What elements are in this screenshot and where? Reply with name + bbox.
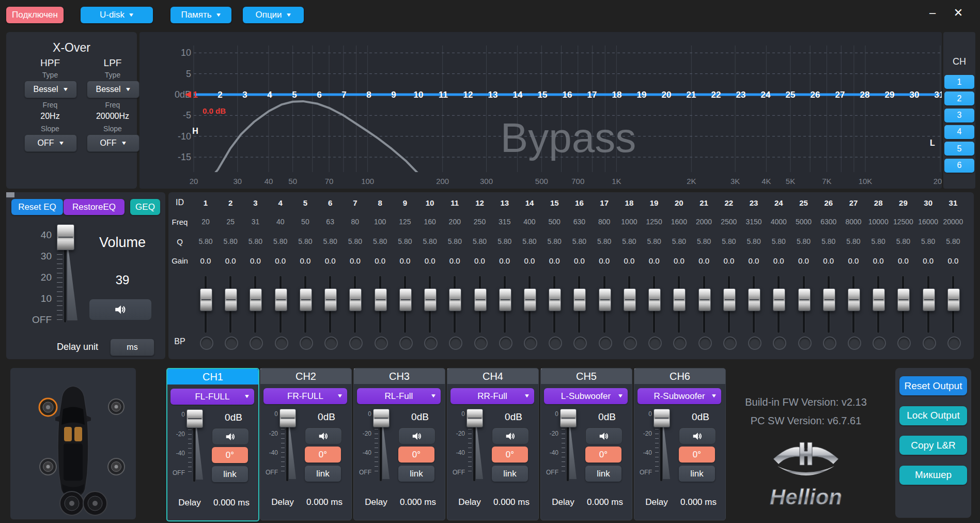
band-bypass-button[interactable] xyxy=(549,336,562,350)
eq-point-label[interactable]: 30 xyxy=(910,90,920,100)
channel-mode-select[interactable]: FL-FULL▼ xyxy=(170,389,254,405)
band-bypass-button[interactable] xyxy=(250,336,263,350)
band-slider-handle[interactable] xyxy=(624,288,636,311)
eq-point-label[interactable]: 16 xyxy=(563,90,572,100)
lpf-marker[interactable]: L xyxy=(930,139,935,147)
channel-strip-header[interactable]: CH2 xyxy=(260,368,351,384)
eq-button-geq[interactable]: GEQ xyxy=(130,199,160,215)
channel-select-button-2[interactable]: 2 xyxy=(944,91,974,105)
channel-phase-button[interactable]: 0° xyxy=(305,447,341,463)
band-q[interactable]: 5.80 xyxy=(442,236,467,247)
channel-mute-button[interactable] xyxy=(492,427,529,444)
band-bypass-button[interactable] xyxy=(923,336,936,350)
band-gain[interactable]: 0.0 xyxy=(468,255,492,266)
band-q[interactable]: 5.80 xyxy=(193,236,218,247)
band-q[interactable]: 5.80 xyxy=(468,236,492,247)
band-bypass-button[interactable] xyxy=(449,336,462,350)
band-slider-handle[interactable] xyxy=(324,288,337,311)
output-button-copy-l-r[interactable]: Copy L&R xyxy=(899,436,967,455)
band-gain[interactable]: 0.0 xyxy=(442,255,467,266)
band-q[interactable]: 5.80 xyxy=(492,236,517,247)
eq-button-reset-eq[interactable]: Reset EQ xyxy=(11,199,63,215)
band-bypass-button[interactable] xyxy=(848,336,861,350)
eq-point-label[interactable]: 23 xyxy=(736,90,746,100)
channel-delay-value[interactable]: 0.000 ms xyxy=(488,497,535,508)
band-slider-handle[interactable] xyxy=(250,288,262,311)
band-slider-handle[interactable] xyxy=(897,288,910,311)
eq-point-label[interactable]: 14 xyxy=(513,90,523,100)
output-button-reset-output[interactable]: Reset Output xyxy=(899,376,967,395)
band-bypass-button[interactable] xyxy=(225,336,238,350)
channel-link-button[interactable]: link xyxy=(305,466,341,482)
channel-link-button[interactable]: link xyxy=(398,466,434,482)
frequency-response-graph[interactable]: Bypass1050dB-5-10-1520304050701002003005… xyxy=(139,32,942,189)
band-q[interactable]: 5.80 xyxy=(891,236,915,247)
eq-point-label[interactable]: 4 xyxy=(267,90,272,100)
channel-select-button-4[interactable]: 4 xyxy=(944,125,974,139)
eq-point-label[interactable]: 22 xyxy=(711,90,721,100)
band-gain[interactable]: 0.0 xyxy=(816,255,841,266)
channel-delay-value[interactable]: 0.000 ms xyxy=(675,497,722,508)
band-bypass-button[interactable] xyxy=(324,336,338,350)
channel-link-button[interactable]: link xyxy=(679,466,715,482)
band-bypass-button[interactable] xyxy=(573,336,587,350)
master-mute-button[interactable] xyxy=(89,299,152,320)
band-slider-handle[interactable] xyxy=(947,288,960,311)
eq-point-label[interactable]: 7 xyxy=(341,90,346,100)
band-q[interactable]: 5.80 xyxy=(816,236,841,247)
eq-point-label[interactable]: 26 xyxy=(811,90,820,100)
menu-button-память[interactable]: Память▼ xyxy=(170,7,231,23)
band-slider-handle[interactable] xyxy=(873,288,885,311)
xover-hpf-slope-select[interactable]: OFF▼ xyxy=(24,134,77,152)
band-bypass-button[interactable] xyxy=(200,336,213,350)
channel-delay-value[interactable]: 0.000 ms xyxy=(581,497,629,508)
band-bypass-button[interactable] xyxy=(748,336,761,350)
band-slider-handle[interactable] xyxy=(349,288,362,311)
band-q[interactable]: 5.80 xyxy=(218,236,243,247)
band-bypass-button[interactable] xyxy=(474,336,488,350)
band-q[interactable]: 5.80 xyxy=(318,236,343,247)
band-bypass-button[interactable] xyxy=(673,336,687,350)
channel-mode-select[interactable]: RL-Full▼ xyxy=(357,388,441,404)
band-q[interactable]: 5.80 xyxy=(343,236,367,247)
band-gain[interactable]: 0.0 xyxy=(666,255,691,266)
eq-point-label[interactable]: 9 xyxy=(391,90,396,100)
band-gain[interactable]: 0.0 xyxy=(368,255,393,266)
channel-link-button[interactable]: link xyxy=(492,466,528,482)
channel-mode-select[interactable]: L-Subwoofer▼ xyxy=(544,388,628,404)
eq-point-label[interactable]: 28 xyxy=(860,90,870,100)
channel-mute-button[interactable] xyxy=(212,428,249,445)
band-slider-handle[interactable] xyxy=(399,288,412,311)
band-gain[interactable]: 0.0 xyxy=(941,255,966,266)
band-gain[interactable]: 0.0 xyxy=(741,255,766,266)
xover-lpf-freq-value[interactable]: 20000Hz xyxy=(87,111,138,122)
band-q[interactable]: 5.80 xyxy=(841,236,866,247)
band-slider-handle[interactable] xyxy=(549,288,561,311)
band-q[interactable]: 5.80 xyxy=(692,236,717,247)
channel-phase-button[interactable]: 0° xyxy=(585,447,621,463)
band-bypass-button[interactable] xyxy=(524,336,537,350)
band-q[interactable]: 5.80 xyxy=(866,236,891,247)
band-q[interactable]: 5.80 xyxy=(666,236,691,247)
minimize-button[interactable]: – xyxy=(924,3,941,23)
eq-point-label[interactable]: 29 xyxy=(885,90,895,100)
band-slider-handle[interactable] xyxy=(698,288,711,311)
channel-link-button[interactable]: link xyxy=(585,466,621,482)
band-slider-handle[interactable] xyxy=(225,288,237,311)
channel-delay-value[interactable]: 0.000 ms xyxy=(301,497,348,508)
band-bypass-button[interactable] xyxy=(823,336,836,350)
band-gain[interactable]: 0.0 xyxy=(642,255,666,266)
xover-lpf-type-select[interactable]: Bessel▼ xyxy=(87,81,139,98)
channel-mute-button[interactable] xyxy=(585,427,623,444)
band-gain[interactable]: 0.0 xyxy=(243,255,268,266)
channel-select-button-3[interactable]: 3 xyxy=(944,109,974,122)
channel-mute-button[interactable] xyxy=(679,427,716,444)
menu-button-опции[interactable]: Опции▼ xyxy=(243,7,304,23)
band-slider-handle[interactable] xyxy=(599,288,611,311)
band-q[interactable]: 5.80 xyxy=(368,236,393,247)
channel-fader-handle[interactable] xyxy=(654,409,670,427)
band-bypass-button[interactable] xyxy=(499,336,512,350)
band-q[interactable]: 5.80 xyxy=(417,236,442,247)
band-gain[interactable]: 0.0 xyxy=(916,255,941,266)
eq-point-label[interactable]: 12 xyxy=(463,90,473,100)
